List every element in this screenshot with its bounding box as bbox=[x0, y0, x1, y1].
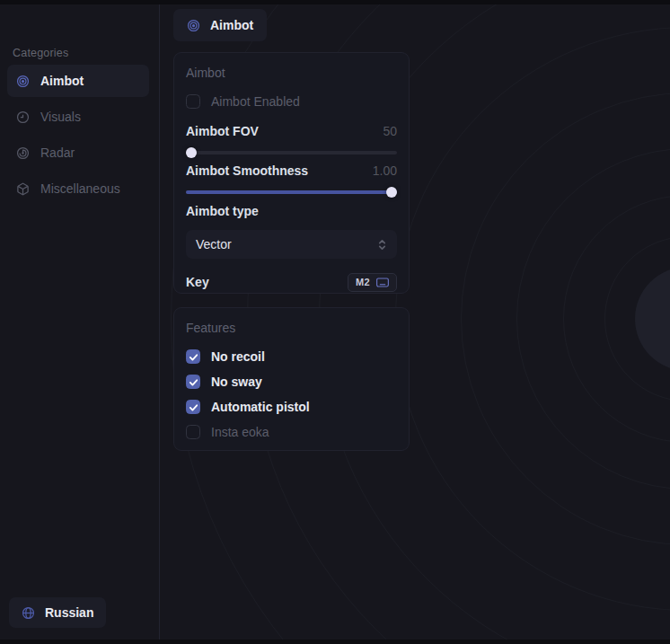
select-value: Vector bbox=[196, 237, 232, 251]
check-icon bbox=[189, 377, 198, 387]
checkbox-label: Aimbot Enabled bbox=[211, 94, 300, 109]
checkbox-label: No sway bbox=[211, 375, 262, 389]
target-icon bbox=[16, 75, 30, 88]
key-label: Key bbox=[186, 275, 209, 289]
sidebar-item-miscellaneous[interactable]: Miscellaneous bbox=[7, 172, 149, 205]
aimbot-type-select[interactable]: Vector bbox=[186, 230, 397, 259]
aimbot-panel: Aimbot Aimbot Enabled Aimbot FOV 50 bbox=[173, 52, 410, 294]
sidebar-item-label: Miscellaneous bbox=[40, 181, 120, 196]
checkbox-label: Automatic pistol bbox=[211, 400, 310, 414]
check-icon bbox=[189, 352, 198, 362]
feature-checkbox-no-sway[interactable]: No sway bbox=[186, 373, 397, 391]
aimbot-enabled-checkbox[interactable]: Aimbot Enabled bbox=[186, 93, 397, 110]
slider-label: Aimbot FOV bbox=[186, 124, 259, 138]
slider-fill bbox=[186, 190, 397, 194]
sidebar-item-label: Aimbot bbox=[40, 74, 84, 88]
fov-slider[interactable] bbox=[186, 151, 397, 154]
keyboard-icon bbox=[376, 278, 389, 287]
checkbox-box[interactable] bbox=[186, 94, 200, 109]
language-button[interactable]: Russian bbox=[9, 597, 106, 628]
category-nav: Aimbot Visuals Radar bbox=[7, 65, 149, 208]
sidebar-item-radar[interactable]: Radar bbox=[7, 137, 149, 169]
fov-slider-handle[interactable] bbox=[186, 147, 197, 158]
slider-label: Aimbot Smoothness bbox=[186, 163, 308, 178]
sidebar: Categories Aimbot Visuals bbox=[0, 0, 160, 644]
radar-icon bbox=[16, 146, 30, 160]
tab-aimbot[interactable]: Aimbot bbox=[173, 9, 267, 41]
sidebar-item-aimbot[interactable]: Aimbot bbox=[7, 65, 149, 97]
slider-value: 1.00 bbox=[373, 163, 397, 178]
sidebar-item-label: Visuals bbox=[40, 110, 81, 124]
target-icon bbox=[187, 19, 200, 32]
check-icon bbox=[189, 402, 198, 412]
feature-checkbox-insta-eoka[interactable]: Insta eoka bbox=[186, 423, 397, 441]
categories-heading: Categories bbox=[13, 47, 68, 59]
checkbox-box[interactable] bbox=[186, 400, 200, 414]
tab-label: Aimbot bbox=[210, 18, 253, 32]
smoothness-slider-handle[interactable] bbox=[386, 187, 397, 198]
feature-checkbox-no-recoil[interactable]: No recoil bbox=[186, 348, 397, 366]
eye-icon bbox=[16, 110, 30, 124]
smoothness-slider[interactable] bbox=[186, 190, 397, 194]
window-edge-bottom bbox=[0, 640, 670, 644]
checkbox-box[interactable] bbox=[186, 349, 200, 364]
aimbot-smoothness-slider-group: Aimbot Smoothness 1.00 bbox=[186, 162, 397, 194]
checkbox-box[interactable] bbox=[186, 375, 200, 389]
checkbox-label: No recoil bbox=[211, 349, 265, 364]
slider-value: 50 bbox=[383, 124, 397, 138]
feature-checkbox-automatic-pistol[interactable]: Automatic pistol bbox=[186, 398, 397, 416]
panel-title: Features bbox=[186, 321, 397, 335]
checkbox-box[interactable] bbox=[186, 425, 200, 439]
box-icon bbox=[16, 182, 30, 196]
features-panel: Features No recoil No sway Automatic pis… bbox=[173, 307, 410, 451]
panel-title: Aimbot bbox=[186, 66, 397, 80]
window-edge-top bbox=[0, 0, 670, 4]
sidebar-item-visuals[interactable]: Visuals bbox=[7, 101, 149, 133]
chevron-up-down-icon bbox=[377, 239, 387, 251]
globe-icon bbox=[22, 606, 35, 620]
language-button-label: Russian bbox=[45, 605, 93, 620]
app-window: Categories Aimbot Visuals bbox=[0, 0, 670, 644]
key-value: M2 bbox=[356, 277, 370, 287]
aimbot-fov-slider-group: Aimbot FOV 50 bbox=[186, 122, 397, 154]
key-binding-row: Key M2 bbox=[186, 272, 397, 292]
key-binding-button[interactable]: M2 bbox=[348, 273, 397, 292]
aimbot-type-label: Aimbot type bbox=[186, 204, 397, 222]
checkbox-label: Insta eoka bbox=[211, 425, 269, 439]
sidebar-item-label: Radar bbox=[40, 146, 75, 160]
